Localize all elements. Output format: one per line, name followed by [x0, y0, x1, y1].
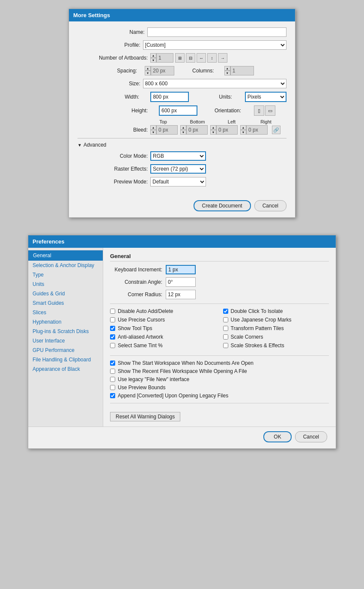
orientation-label: Orientation:: [215, 108, 244, 114]
raster-effects-select[interactable]: Screen (72 ppi) Medium (150 ppi) High (3…: [150, 164, 206, 174]
japanese-crop-label: Use Japanese Crop Marks: [231, 317, 292, 323]
checkbox-show-tool-tips: Show Tool Tips: [110, 325, 216, 331]
scale-corners-cb[interactable]: [223, 334, 228, 340]
bleed-link-btn[interactable]: 🔗: [272, 126, 280, 134]
bleed-right-header: Right: [249, 119, 283, 124]
checkboxes-left-col: Disable Auto Add/Delete Use Precise Curs…: [110, 308, 216, 351]
precise-cursors-label: Use Precise Cursors: [118, 317, 165, 323]
arrange-row-btn[interactable]: ↔: [197, 53, 206, 63]
reset-warnings-button[interactable]: Reset All Warning Dialogs: [110, 412, 180, 421]
artboards-down-btn[interactable]: ▼: [150, 58, 156, 63]
width-input[interactable]: [150, 92, 189, 102]
portrait-btn[interactable]: ▯: [254, 105, 264, 116]
sidebar-item-smart-guides[interactable]: Smart Guides: [28, 298, 103, 308]
more-settings-cancel-button[interactable]: Cancel: [254, 200, 286, 211]
sidebar-item-file-handling[interactable]: File Handling & Clipboard: [28, 355, 103, 364]
keyboard-increment-input[interactable]: [166, 265, 196, 274]
spacing-spinner: ▲ ▼: [145, 66, 174, 75]
sidebar-item-plugins[interactable]: Plug-ins & Scratch Disks: [28, 327, 103, 336]
precise-cursors-cb[interactable]: [110, 317, 115, 322]
artboards-value[interactable]: [156, 53, 173, 63]
select-same-tint-cb[interactable]: [110, 343, 115, 348]
pref-content-title: General: [110, 253, 329, 261]
sidebar-item-appearance[interactable]: Appearance of Black: [28, 364, 103, 374]
sidebar-item-selection[interactable]: Selection & Anchor Display: [28, 261, 103, 270]
num-artboards-spinner[interactable]: ▲ ▼: [150, 53, 173, 63]
name-input[interactable]: [147, 27, 286, 37]
keyboard-increment-label: Keyboard Increment:: [110, 267, 166, 273]
spacing-input[interactable]: [151, 66, 174, 75]
preview-bounds-cb[interactable]: [110, 385, 115, 390]
transform-pattern-cb[interactable]: [223, 326, 228, 331]
sidebar-item-slices[interactable]: Slices: [28, 308, 103, 317]
grid-by-col-btn[interactable]: ⊟: [186, 53, 195, 63]
scale-strokes-cb[interactable]: [223, 343, 228, 348]
bleed-left-input[interactable]: [216, 125, 238, 135]
artboards-up-btn[interactable]: ▲: [150, 53, 156, 58]
append-converted-label: Append [Converted] Upon Opening Legacy F…: [118, 393, 228, 399]
checkbox-disable-auto-add: Disable Auto Add/Delete: [110, 308, 216, 314]
japanese-crop-cb[interactable]: [223, 317, 228, 322]
disable-auto-add-cb[interactable]: [110, 309, 115, 314]
checkbox-japanese-crop: Use Japanese Crop Marks: [223, 317, 329, 323]
checkbox-double-click-isolate: Double Click To Isolate: [223, 308, 329, 314]
grid-by-row-btn[interactable]: ⊞: [175, 53, 185, 63]
profile-select[interactable]: [Custom]: [143, 40, 286, 50]
profile-label: Profile:: [78, 42, 143, 48]
double-click-isolate-cb[interactable]: [223, 309, 228, 314]
bleed-top-input[interactable]: [156, 125, 178, 135]
preview-mode-select[interactable]: Default Pixel Overprint: [150, 177, 206, 186]
preferences-cancel-button[interactable]: Cancel: [295, 431, 327, 442]
color-mode-select[interactable]: RGB CMYK: [150, 151, 206, 161]
more-settings-dialog: More Settings Name: Profile: [Custom] Nu…: [69, 9, 295, 218]
transform-pattern-label: Transform Pattern Tiles: [231, 325, 284, 331]
sidebar-item-general[interactable]: General: [28, 250, 103, 261]
append-converted-cb[interactable]: [110, 393, 115, 398]
columns-input[interactable]: [230, 66, 254, 75]
show-tool-tips-label: Show Tool Tips: [118, 325, 152, 331]
spacing-down-btn[interactable]: ▼: [145, 71, 151, 75]
use-legacy-cb[interactable]: [110, 377, 115, 382]
bleed-right-input[interactable]: [246, 125, 268, 135]
bleed-top-spinner: ▲ ▼: [150, 125, 178, 135]
sidebar-item-gpu[interactable]: GPU Performance: [28, 346, 103, 355]
bleed-right-spinner: ▲ ▼: [240, 125, 268, 135]
columns-label: Columns:: [192, 68, 217, 74]
bleed-bottom-input[interactable]: [186, 125, 208, 135]
columns-up-btn[interactable]: ▲: [224, 66, 230, 71]
sidebar-item-user-interface[interactable]: User Interface: [28, 336, 103, 346]
spacing-up-btn[interactable]: ▲: [145, 66, 151, 71]
more-settings-footer: Create Document Cancel: [69, 197, 295, 217]
landscape-btn[interactable]: ▭: [265, 105, 275, 116]
preferences-ok-button[interactable]: OK: [263, 431, 291, 442]
arrange-col-btn[interactable]: ↕: [207, 53, 217, 63]
advanced-arrow-icon[interactable]: ▼: [78, 143, 82, 147]
corner-radius-input[interactable]: [166, 290, 196, 299]
units-select[interactable]: Pixels Inches Centimeters: [245, 92, 286, 102]
show-recent-cb[interactable]: [110, 369, 115, 374]
color-mode-label: Color Mode:: [78, 153, 150, 159]
checkboxes-area: Disable Auto Add/Delete Use Precise Curs…: [110, 308, 329, 351]
show-tool-tips-cb[interactable]: [110, 326, 115, 331]
columns-down-btn[interactable]: ▼: [224, 71, 230, 75]
arrange-single-btn[interactable]: →: [218, 53, 227, 63]
sidebar-item-guides[interactable]: Guides & Grid: [28, 289, 103, 298]
constrain-angle-input[interactable]: [166, 277, 196, 287]
create-document-button[interactable]: Create Document: [194, 200, 251, 211]
checkbox-scale-corners: Scale Corners: [223, 334, 329, 340]
name-label: Name:: [78, 29, 147, 35]
sidebar-item-units[interactable]: Units: [28, 279, 103, 289]
size-select[interactable]: 800 x 600: [143, 79, 286, 88]
checkbox-select-same-tint: Select Same Tint %: [110, 343, 216, 349]
wide-cb-show-recent: Show The Recent Files Workspace While Op…: [110, 368, 329, 374]
anti-aliased-label: Anti-aliased Artwork: [118, 334, 163, 340]
sidebar-item-hyphenation[interactable]: Hyphenation: [28, 317, 103, 327]
orientation-controls: ▯ ▭: [254, 105, 275, 116]
height-input[interactable]: [159, 105, 197, 116]
sidebar-item-type[interactable]: Type: [28, 270, 103, 279]
constrain-angle-label: Constrain Angle:: [110, 279, 166, 285]
anti-aliased-cb[interactable]: [110, 334, 115, 340]
show-start-cb[interactable]: [110, 361, 115, 366]
units-label: Units:: [219, 94, 235, 100]
wide-cb-show-start: Show The Start Workspace When No Documen…: [110, 360, 329, 366]
